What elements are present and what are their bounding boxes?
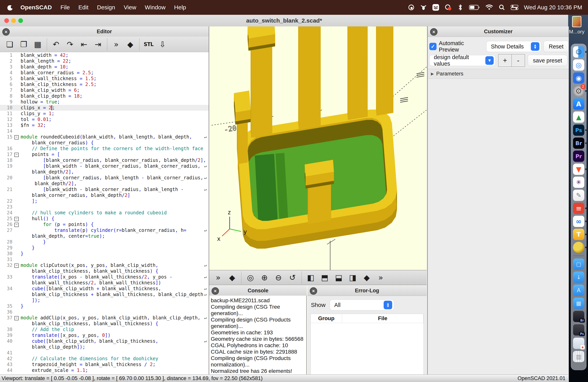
dock-item-trash[interactable]: ▥ [573,351,584,362]
errorlog-table[interactable]: Group File [311,314,424,382]
render-icon[interactable]: ◆ [123,38,137,50]
code-line[interactable]: blank_depth/2], [0,169,209,175]
unindent-icon[interactable]: ⇤ [77,38,91,50]
code-line[interactable]: 24 // hull some cylinders to make a roun… [0,210,209,216]
code-line[interactable]: blank_clip_depth]); [0,344,209,350]
code-line[interactable]: 7blank_clip_width = 6; [0,87,209,93]
code-line[interactable]: ]); [0,297,209,303]
code-line[interactable]: 1blank_width = 42; [0,52,209,58]
dock-item-premiere[interactable]: Pr [573,150,584,162]
tailscale-icon[interactable] [408,3,415,11]
code-line[interactable]: 12tol = 0.01; [0,117,209,122]
parameters-section[interactable]: ▶ Parameters [428,69,569,79]
fold-column[interactable]: − [14,222,21,227]
code-line[interactable]: 17− points = [ [0,151,209,157]
apple-menu-icon[interactable] [7,4,13,11]
preset-select[interactable]: design default values ▼ [429,55,495,66]
save-icon[interactable]: ▦ [31,38,45,50]
code-line[interactable]: 20 [blank_corner_radius, blank_length - … [0,175,209,181]
code-line[interactable]: 34 cube([blank_clip_width + blank_wall_t… [0,286,209,292]
zoom-all-icon[interactable]: ◎ [243,272,257,284]
dock-item-google-drive[interactable]: ▲ [573,111,584,123]
menu-item-design[interactable]: Design [97,4,115,11]
dock-item-textedit[interactable]: ✎ [573,190,584,201]
fold-column[interactable]: − [14,315,21,321]
code-line[interactable]: 35} [0,303,209,309]
dock-item-folder-pictures[interactable]: ▦ [573,297,584,309]
undo-icon[interactable]: ↶ [49,38,63,50]
menu-item-window[interactable]: Window [145,4,166,11]
code-line[interactable]: 25− hull() { [0,216,209,222]
fold-column[interactable]: − [14,134,21,140]
code-line[interactable]: 37−module addClip(x_pos, y_pos, blank_cl… [0,315,209,321]
code-line[interactable]: 19 [blank_width - blank_corner_radius, b… [0,163,209,169]
code-line[interactable]: 14 [0,128,209,134]
code-line[interactable]: 29 } [0,245,209,251]
code-line[interactable]: 13$fn = 32; [0,122,209,128]
viewport-panel[interactable]: 50-20zxy »◆◎⊕⊖↺◧⬒⬓◨◆» ✕ Console backup-K… [209,26,427,382]
dock-item-folder-downloads[interactable]: ↓ [573,272,584,283]
dock-item-settings[interactable]: ⚙2 [573,85,584,97]
dock-item-brave[interactable]: ▼ [573,164,584,175]
music-icon[interactable] [444,3,452,11]
bluetooth-icon[interactable] [457,3,463,11]
code-editor[interactable]: 1blank_width = 42;2blank_length = 22;3bl… [0,52,209,382]
new-file-icon[interactable]: ❏ [3,38,17,50]
code-line[interactable]: 32−module clipCutout(x_pos, y_pos, blank… [0,262,209,268]
code-line[interactable]: 11clips_y = 1; [0,111,209,117]
dock-item-finder[interactable]: ☺ [573,46,584,58]
control-center-icon[interactable] [511,3,518,11]
errorlog-filter-select[interactable]: All ▲▼ [330,299,394,310]
indent-icon[interactable]: ⇥ [91,38,105,50]
view-top-icon[interactable]: ⬒ [318,272,332,284]
code-line[interactable]: 36 [0,309,209,315]
more-icon[interactable]: » [374,272,388,284]
code-line[interactable]: blank_depth, center=true); [0,233,209,239]
fold-column[interactable]: − [14,151,21,157]
menu-item-help[interactable]: Help [174,4,186,11]
code-line[interactable]: 18 [blank_corner_radius, blank_corner_ra… [0,157,209,163]
code-line[interactable]: blank_corner_radius, blank_depth/2] [0,192,209,198]
code-line[interactable]: 22 ]; [0,198,209,204]
dock-item-airdrop[interactable]: ◎ [573,59,584,71]
code-line[interactable]: 26− for (p = points) { [0,222,209,227]
code-line[interactable]: 27 translate(p) cylinder(r=blank_corner_… [0,227,209,233]
code-line[interactable]: 21 [blank_width - blank_corner_radius, b… [0,187,209,192]
zoom-out-icon[interactable]: ⊖ [272,272,285,284]
close-editor-icon[interactable]: ✕ [2,28,10,36]
reset-view-icon[interactable]: ↺ [285,272,299,284]
close-console-icon[interactable]: ✕ [211,287,219,295]
code-line[interactable]: blank_depth/2], [0,181,209,187]
dock-item-bulb[interactable]: T [573,229,584,240]
dock-item-win-brave[interactable]: ◆ [573,338,585,349]
code-line[interactable]: blank_clip_thickness, blank_wall_thickne… [0,268,209,274]
code-line[interactable]: 40 cube([blank_clip_width, blank_clip_th… [0,338,209,344]
code-line[interactable]: blank_clip_thickness, blank_wall_thickne… [0,321,209,327]
menu-item-file[interactable]: File [61,4,70,11]
view-bottom-icon[interactable]: ⬓ [332,272,346,284]
code-line[interactable]: blank_wall_thickness/2, blank_wall_thick… [0,280,209,286]
code-line[interactable]: 31 [0,256,209,262]
code-line[interactable]: 8blank_clip_depth = 18; [0,93,209,99]
code-line[interactable]: 2blank_length = 22; [0,58,209,64]
fold-column[interactable]: − [14,262,21,268]
console-output[interactable]: backup-KME22011.scadCompiling design (CS… [209,296,307,382]
redo-icon[interactable]: ↷ [63,38,77,50]
view-right-icon[interactable]: ◧ [304,272,318,284]
column-group[interactable]: Group [311,314,342,323]
code-line[interactable]: 6blank_clip_thickness = 2.5; [0,82,209,87]
spotlight-icon[interactable] [499,3,505,11]
code-line[interactable]: 9hollow = true; [0,99,209,105]
code-line[interactable]: 15−module roundedCubeoid(blank_width, bl… [0,134,209,140]
code-line[interactable]: 4blank_corner_radius = 2.5; [0,70,209,76]
code-line[interactable]: 16 // Define the points for the corners … [0,146,209,151]
dock-item-win-bridge[interactable]: Br [573,311,585,322]
menu-item-view[interactable]: View [124,4,136,11]
code-line[interactable]: 28 } [0,239,209,245]
code-line[interactable]: 3blank_depth = 10; [0,64,209,70]
dock-item-folder-applications[interactable]: A [573,285,584,296]
menu-clock[interactable]: Wed Aug 20 10:36 PM [524,4,582,11]
details-select[interactable]: Show Details ▲▼ [486,41,541,52]
view-left-icon[interactable]: ◨ [346,272,360,284]
render-icon[interactable]: ◆ [225,272,239,284]
